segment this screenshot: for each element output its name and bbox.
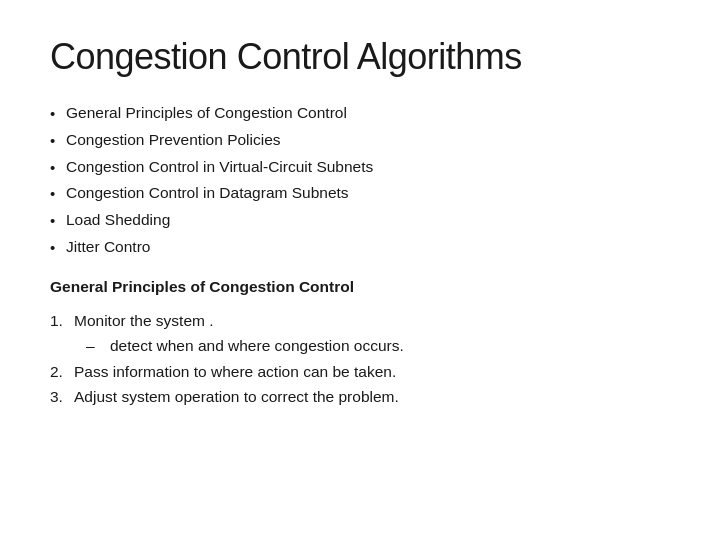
bullet-text: General Principles of Congestion Control [66,100,347,126]
bullet-text: Congestion Control in Virtual-Circuit Su… [66,154,373,180]
list-item: • Congestion Prevention Policies [50,127,670,154]
slide-title: Congestion Control Algorithms [50,36,670,78]
section-heading: General Principles of Congestion Control [50,275,670,298]
item-text: Adjust system operation to correct the p… [74,384,399,410]
list-item: • General Principles of Congestion Contr… [50,100,670,127]
bullet-dot: • [50,129,56,154]
bullet-text: Load Shedding [66,207,170,233]
bullet-dot: • [50,156,56,181]
list-item: • Congestion Control in Virtual-Circuit … [50,154,670,181]
sub-text: detect when and where congestion occurs. [110,333,404,359]
bullet-text: Jitter Contro [66,234,150,260]
item-number: 1. [50,308,68,334]
numbered-item-1: 1. Monitor the system . [50,308,670,334]
bullet-dot: • [50,209,56,234]
list-item: • Congestion Control in Datagram Subnets [50,180,670,207]
slide-container: Congestion Control Algorithms • General … [0,0,720,540]
bullet-dot: • [50,236,56,261]
bullet-text: Congestion Control in Datagram Subnets [66,180,349,206]
item-text: Pass information to where action can be … [74,359,396,385]
bullet-dot: • [50,182,56,207]
sub-bullet: – detect when and where congestion occur… [50,333,670,359]
list-item: • Load Shedding [50,207,670,234]
item-number: 3. [50,384,68,410]
item-text: Monitor the system . [74,308,214,334]
list-item: • Jitter Contro [50,234,670,261]
bullet-dot: • [50,102,56,127]
numbered-item-2: 2. Pass information to where action can … [50,359,670,385]
numbered-list: 1. Monitor the system . – detect when an… [50,308,670,410]
bullet-text: Congestion Prevention Policies [66,127,281,153]
dash: – [86,333,102,359]
bullet-list: • General Principles of Congestion Contr… [50,100,670,261]
item-number: 2. [50,359,68,385]
numbered-item-3: 3. Adjust system operation to correct th… [50,384,670,410]
